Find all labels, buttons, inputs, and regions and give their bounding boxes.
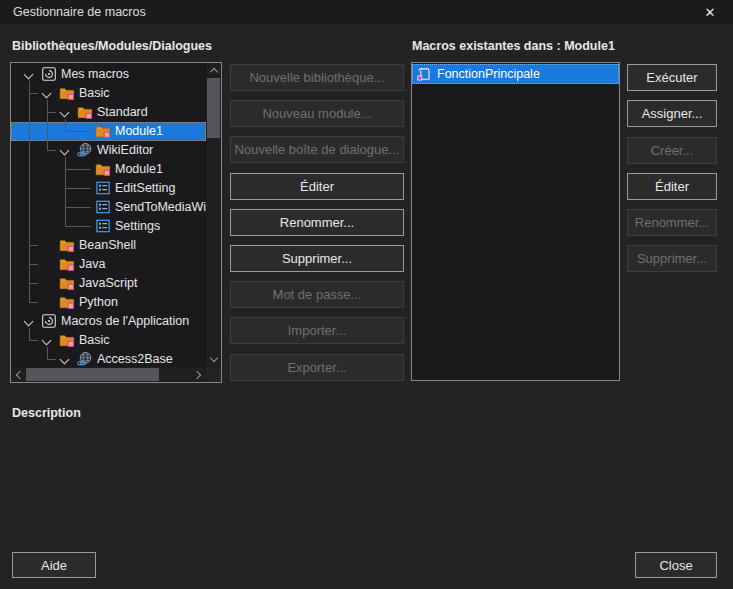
tree-connector-line <box>65 226 91 227</box>
tree-item-standard[interactable]: Standard <box>11 103 206 122</box>
tree-guide-line <box>47 347 48 360</box>
tree-item-editsetting[interactable]: EditSetting <box>11 179 206 198</box>
folder-icon <box>95 123 111 139</box>
chevron-down-icon[interactable] <box>60 355 70 365</box>
chevron-down-icon[interactable] <box>24 70 34 80</box>
macro-manager-dialog: Gestionnaire de macros ✕ Bibliothèques/M… <box>0 0 733 589</box>
chevron-down-icon[interactable] <box>42 89 52 99</box>
tree-connector-line <box>65 207 91 208</box>
macro-list-panel: FonctionPrincipale <box>411 62 620 381</box>
macro-item-label: FonctionPrincipale <box>437 64 540 84</box>
tree-item-label: Access2Base <box>97 350 173 367</box>
chevron-down-icon[interactable] <box>24 317 34 327</box>
tree-connector-line <box>29 93 38 94</box>
globe-icon <box>77 351 93 367</box>
exporter-button: Exporter... <box>230 354 404 381</box>
close-icon[interactable]: ✕ <box>687 0 733 24</box>
scroll-left-icon[interactable] <box>11 367 26 382</box>
tree-item-label: Module1 <box>115 122 163 141</box>
tree-item-macros-de-l-application[interactable]: Macros de l'Application <box>11 312 206 331</box>
horizontal-scroll-thumb[interactable] <box>26 368 159 381</box>
tree-connector-line <box>47 150 56 151</box>
nouvelle-biblioth-que-button: Nouvelle bibliothèque... <box>230 64 404 91</box>
tree-item-settings[interactable]: Settings <box>11 217 206 236</box>
tree-item-label: BeanShell <box>79 236 136 255</box>
macro-list-item-fonctionprincipale[interactable]: FonctionPrincipale <box>412 64 619 84</box>
tree-item-access2base[interactable]: Access2Base <box>11 350 206 367</box>
cr-er-button: Créer... <box>627 137 717 164</box>
tree-item-python[interactable]: Python <box>11 293 206 312</box>
tree-item-label: Basic <box>79 331 110 350</box>
tree-item-label: WikiEditor <box>97 141 153 160</box>
tree-guide-line <box>29 81 30 303</box>
assigner-button[interactable]: Assigner... <box>627 100 717 127</box>
renommer-button[interactable]: Renommer... <box>230 209 404 236</box>
tree-guide-line <box>29 328 30 341</box>
ex-cuter-button[interactable]: Exécuter <box>627 64 717 91</box>
tree-connector-line <box>47 112 56 113</box>
tree-item-label: SendToMediaWik <box>115 198 206 217</box>
folder-icon <box>59 294 75 310</box>
macros-section-label: Macros existantes dans : Module1 <box>412 39 615 53</box>
scroll-right-icon[interactable] <box>191 367 206 382</box>
tree-item-label: Basic <box>79 84 110 103</box>
importer-button: Importer... <box>230 317 404 344</box>
tree-item-label: Mes macros <box>61 65 129 84</box>
tree-connector-line <box>65 131 91 132</box>
description-label: Description <box>12 406 81 420</box>
tree-item-label: Macros de l'Application <box>61 312 189 331</box>
tree-item-label: Settings <box>115 217 160 236</box>
supprimer-button: Supprimer... <box>627 245 717 272</box>
tree-item-label: JavaScript <box>79 274 137 293</box>
diter-button[interactable]: Éditer <box>627 173 717 200</box>
folder-icon <box>77 104 93 120</box>
tree-item-label: Java <box>79 255 105 274</box>
tree-item-mes-macros[interactable]: Mes macros <box>11 65 206 84</box>
tree-item-module1[interactable]: Module1 <box>11 160 206 179</box>
tree-connector-line <box>65 169 91 170</box>
tree-connector-line <box>65 188 91 189</box>
folder-icon <box>59 237 75 253</box>
supprimer-button[interactable]: Supprimer... <box>230 245 404 272</box>
renommer-button: Renommer... <box>627 209 717 236</box>
tree-item-wikieditor[interactable]: WikiEditor <box>11 141 206 160</box>
tree-item-javascript[interactable]: JavaScript <box>11 274 206 293</box>
scrollbar-corner <box>206 367 221 382</box>
chevron-down-icon[interactable] <box>60 146 70 156</box>
tree-guide-line <box>65 119 66 132</box>
titlebar: Gestionnaire de macros ✕ <box>0 0 733 24</box>
chevron-down-icon[interactable] <box>42 336 52 346</box>
tree-item-label: Python <box>79 293 118 312</box>
tree-horizontal-scrollbar[interactable] <box>11 367 206 382</box>
dialog-icon <box>95 199 111 215</box>
dialog-icon <box>95 218 111 234</box>
tree-item-label: Standard <box>97 103 148 122</box>
folder-icon <box>59 275 75 291</box>
scroll-down-icon[interactable] <box>206 352 221 367</box>
tree-item-label: Module1 <box>115 160 163 179</box>
tree-item-basic[interactable]: Basic <box>11 331 206 350</box>
tree-item-basic[interactable]: Basic <box>11 84 206 103</box>
tree-item-beanshell[interactable]: BeanShell <box>11 236 206 255</box>
folder-icon <box>59 256 75 272</box>
diter-button[interactable]: Éditer <box>230 173 404 200</box>
library-tree-panel: Mes macrosBasicStandardModule1WikiEditor… <box>10 62 222 383</box>
nouveau-module-button: Nouveau module... <box>230 100 404 127</box>
close-button[interactable]: Close <box>635 552 717 578</box>
help-button[interactable]: Aide <box>12 552 96 578</box>
tree-item-sendtomediawik[interactable]: SendToMediaWik <box>11 198 206 217</box>
mot-de-passe-button: Mot de passe... <box>230 281 404 308</box>
libraries-section-label: Bibliothèques/Modules/Dialogues <box>12 39 212 53</box>
chevron-down-icon[interactable] <box>60 108 70 118</box>
tree-vertical-scrollbar[interactable] <box>206 63 221 367</box>
tree-connector-line <box>47 359 56 360</box>
tree-item-java[interactable]: Java <box>11 255 206 274</box>
globe-icon <box>77 142 93 158</box>
tree-guide-line <box>47 100 48 151</box>
vertical-scroll-thumb[interactable] <box>207 78 220 138</box>
tree-guide-line <box>65 157 66 227</box>
tree-connector-line <box>29 283 38 284</box>
tree-connector-line <box>29 302 38 303</box>
scroll-up-icon[interactable] <box>206 63 221 78</box>
tree-item-module1[interactable]: Module1 <box>11 122 206 141</box>
